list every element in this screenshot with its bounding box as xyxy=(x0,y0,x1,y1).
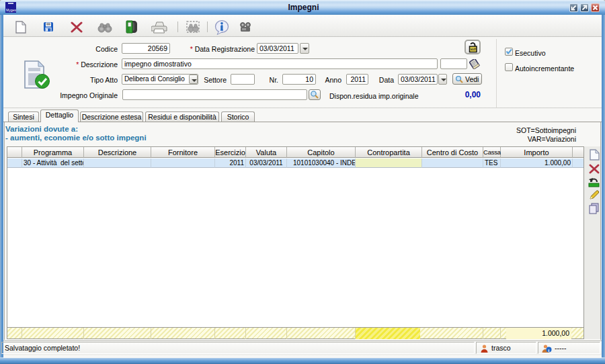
svg-text:REL: REL xyxy=(471,48,476,50)
svg-text:i: i xyxy=(548,348,549,353)
